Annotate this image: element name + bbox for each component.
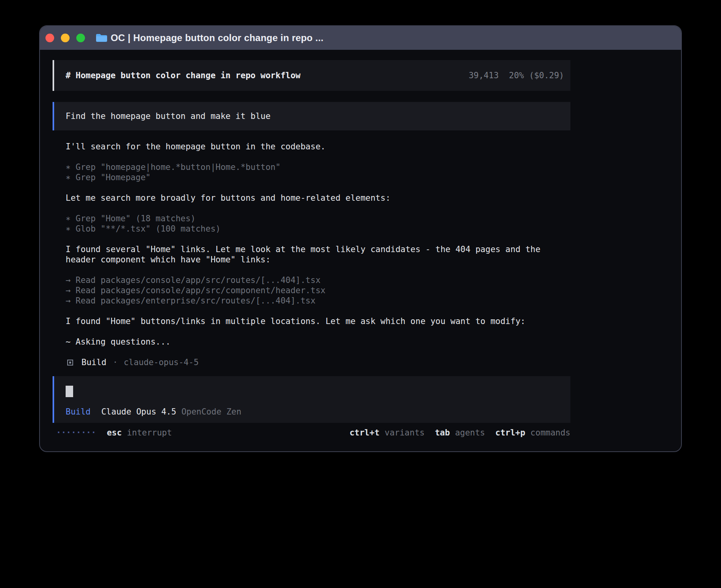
input-agent-label[interactable]: Build [66, 407, 91, 417]
token-count: 39,413 [469, 71, 499, 80]
agent-name: Build [81, 357, 106, 368]
session-stats: 39,413 20% ($0.29) [469, 71, 564, 80]
assistant-text-line: I'll search for the homepage button in t… [66, 141, 570, 152]
tool-call-line: ∗ Grep "Homepage" [66, 172, 570, 183]
assistant-text-line: ~ Asking questions... [66, 337, 570, 347]
user-message-text: Find the homepage button and make it blu… [66, 111, 270, 121]
label-commands: commands [530, 428, 570, 438]
input-provider-label: OpenCode Zen [181, 407, 242, 417]
key-esc: esc [107, 428, 122, 438]
tool-call-line: → Read packages/enterprise/src/routes/[.… [66, 296, 570, 306]
separator-dot: · [113, 357, 118, 368]
traffic-lights [45, 34, 85, 42]
blank-line [66, 183, 570, 193]
assistant-text-line: I found several "Home" links. Let me loo… [66, 244, 570, 254]
session-cost: ($0.29) [529, 71, 564, 80]
assistant-text-line: I found "Home" buttons/links in multiple… [66, 316, 570, 326]
input-model-label[interactable]: Claude Opus 4.5 [101, 407, 176, 417]
shortcut-variants: ctrl+t variants [349, 428, 425, 438]
session-title: # Homepage button color change in repo w… [66, 71, 300, 80]
blank-line [66, 265, 570, 275]
shortcut-commands: ctrl+p commands [495, 428, 570, 438]
shortcut-interrupt: esc interrupt [107, 428, 172, 438]
terminal-window: OC | Homepage button color change in rep… [39, 25, 682, 452]
zoom-window-button[interactable] [76, 34, 85, 42]
agent-model: claude-opus-4-5 [124, 357, 199, 368]
close-window-button[interactable] [45, 34, 54, 42]
input-status-row: Build Claude Opus 4.5 OpenCode Zen [66, 407, 570, 417]
blank-line [66, 152, 570, 162]
assistant-text-line: header component which have "Home" links… [66, 254, 570, 265]
agent-badge-icon [67, 360, 73, 366]
tool-call-line: → Read packages/console/app/src/componen… [66, 285, 570, 296]
assistant-text-line: Let me search more broadly for buttons a… [66, 193, 570, 203]
prompt-input[interactable]: Build Claude Opus 4.5 OpenCode Zen [53, 376, 570, 423]
window-titlebar[interactable]: OC | Homepage button color change in rep… [40, 26, 681, 50]
key-tab: tab [435, 428, 450, 438]
tool-call-line: → Read packages/console/app/src/routes/[… [66, 275, 570, 285]
assistant-transcript: I'll search for the homepage button in t… [53, 141, 570, 347]
label-variants: variants [385, 428, 425, 438]
terminal-content: # Homepage button color change in repo w… [40, 50, 681, 451]
agent-status-line: Build · claude-opus-4-5 [53, 357, 570, 368]
blank-line [66, 326, 570, 337]
label-agents: agents [455, 428, 485, 438]
label-interrupt: interrupt [127, 428, 172, 438]
folder-icon [95, 33, 107, 43]
window-title: OC | Homepage button color change in rep… [111, 32, 323, 43]
blank-line [66, 234, 570, 244]
tool-call-line: ∗ Glob "**/*.tsx" (100 matches) [66, 224, 570, 234]
minimize-window-button[interactable] [61, 34, 70, 42]
blank-line [66, 203, 570, 213]
tool-call-line: ∗ Grep "homepage|home.*button|Home.*butt… [66, 162, 570, 172]
blank-line [66, 306, 570, 316]
user-message: Find the homepage button and make it blu… [53, 102, 570, 130]
tool-call-line: ∗ Grep "Home" (18 matches) [66, 213, 570, 224]
key-ctrl-p: ctrl+p [495, 428, 525, 438]
activity-spinner-dots: ········ [56, 428, 96, 438]
status-bar: ········ esc interrupt ctrl+t variants t… [53, 428, 570, 438]
context-percent: 20% [509, 71, 524, 80]
key-ctrl-t: ctrl+t [349, 428, 379, 438]
text-cursor [66, 386, 73, 397]
shortcut-agents: tab agents [435, 428, 485, 438]
session-header: # Homepage button color change in repo w… [53, 60, 570, 91]
